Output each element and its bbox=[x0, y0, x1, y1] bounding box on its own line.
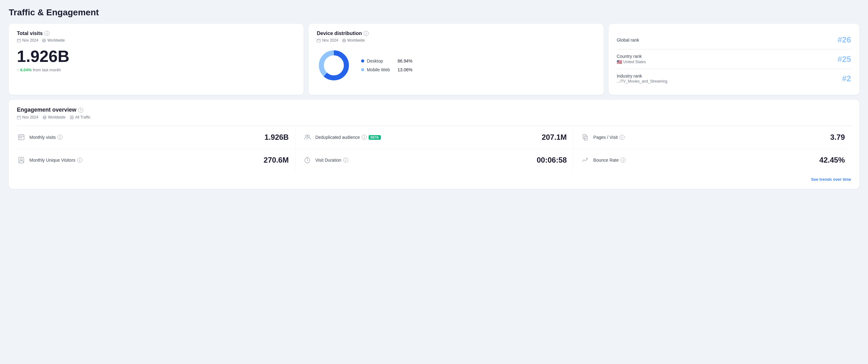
country-rank-label: Country rank bbox=[617, 54, 646, 59]
monthly-visits-info[interactable]: i bbox=[58, 135, 63, 140]
metric-dedup-audience: Deduplicated audience i BETA 207.1M bbox=[295, 126, 573, 149]
monthly-unique-label: Monthly Unique Visitors i bbox=[29, 158, 82, 163]
calendar-icon-3 bbox=[17, 115, 21, 120]
dedup-info[interactable]: i bbox=[362, 135, 367, 140]
mobile-dot bbox=[361, 68, 364, 71]
metric-monthly-visits-left: Monthly visits i bbox=[17, 134, 63, 141]
visit-duration-value: 00:06:58 bbox=[537, 156, 567, 164]
beta-badge: BETA bbox=[369, 135, 380, 140]
bounce-info[interactable]: i bbox=[620, 158, 625, 163]
device-content: Desktop 86.94% Mobile Web 13.06% bbox=[317, 48, 595, 82]
monthly-visits-value: 1.926B bbox=[265, 133, 288, 142]
total-visits-meta: Nov 2024 Worldwide bbox=[17, 38, 296, 42]
engagement-title: Engagement overview i bbox=[17, 107, 851, 113]
metric-monthly-visits: Monthly visits i 1.926B bbox=[17, 126, 295, 149]
unique-info[interactable]: i bbox=[77, 158, 82, 163]
traffic-icon bbox=[70, 115, 74, 120]
industry-rank-sub: .../TV_Movies_and_Streaming bbox=[617, 79, 667, 84]
svg-rect-32 bbox=[20, 137, 20, 138]
engagement-meta: Nov 2024 Worldwide All Traffic bbox=[17, 115, 851, 120]
metric-duration-left: Visit Duration i bbox=[303, 157, 348, 164]
bounce-rate-icon bbox=[581, 157, 590, 164]
industry-rank-label: Industry rank bbox=[617, 73, 667, 78]
engagement-info-icon[interactable]: i bbox=[78, 107, 83, 112]
total-visits-value: 1.926B bbox=[17, 48, 296, 64]
device-dist-period: Nov 2024 bbox=[317, 38, 338, 42]
metric-bounce-rate: Bounce Rate i 42.45% bbox=[573, 149, 851, 171]
industry-rank-item: Industry rank .../TV_Movies_and_Streamin… bbox=[617, 69, 851, 88]
svg-rect-26 bbox=[70, 118, 72, 119]
svg-rect-24 bbox=[70, 116, 72, 117]
svg-rect-17 bbox=[17, 116, 21, 119]
bounce-rate-value: 42.45% bbox=[819, 156, 845, 164]
globe-icon-2 bbox=[342, 38, 346, 42]
svg-point-39 bbox=[20, 159, 22, 160]
growth-label: from last month bbox=[33, 68, 61, 72]
svg-rect-0 bbox=[17, 39, 21, 42]
engagement-traffic: All Traffic bbox=[70, 115, 90, 120]
metric-pages-visit: Pages / Visit i 3.79 bbox=[573, 126, 851, 149]
metric-unique-left: Monthly Unique Visitors i bbox=[17, 157, 82, 164]
donut-svg bbox=[317, 48, 351, 82]
engagement-period: Nov 2024 bbox=[17, 115, 38, 120]
svg-rect-37 bbox=[584, 136, 587, 140]
global-rank-value: #26 bbox=[838, 35, 851, 45]
pages-visit-label: Pages / Visit i bbox=[593, 135, 625, 140]
donut-chart bbox=[317, 48, 351, 82]
mobile-pct: 13.06% bbox=[397, 67, 412, 72]
global-rank-label: Global rank bbox=[617, 37, 639, 42]
engagement-region: Worldwide bbox=[42, 115, 65, 120]
country-rank-value: #25 bbox=[838, 55, 851, 64]
svg-rect-27 bbox=[72, 118, 73, 119]
total-visits-growth: ↑ 6.04% from last month bbox=[17, 68, 296, 72]
svg-rect-36 bbox=[583, 134, 586, 138]
metric-dedup-left: Deduplicated audience i BETA bbox=[303, 134, 381, 141]
pages-visit-icon bbox=[581, 134, 590, 141]
svg-rect-25 bbox=[72, 116, 73, 117]
device-dist-meta: Nov 2024 Worldwide bbox=[317, 38, 595, 42]
visit-duration-label: Visit Duration i bbox=[315, 158, 348, 163]
monthly-visits-label: Monthly visits i bbox=[29, 135, 63, 140]
bounce-rate-label: Bounce Rate i bbox=[593, 158, 625, 163]
ranks-card: Global rank #26 Country rank 🇺🇸 United S… bbox=[609, 24, 859, 95]
dedup-audience-value: 207.1M bbox=[541, 133, 567, 142]
desktop-dot bbox=[361, 59, 364, 63]
device-legend: Desktop 86.94% Mobile Web 13.06% bbox=[361, 59, 412, 72]
calendar-icon bbox=[17, 38, 21, 42]
see-trends-link[interactable]: See trends over time bbox=[811, 177, 851, 182]
svg-point-35 bbox=[307, 135, 309, 137]
see-trends: See trends over time bbox=[17, 171, 851, 182]
total-visits-card: Total visits i Nov 2024 Worldwide 1.926B… bbox=[9, 24, 304, 95]
pages-info[interactable]: i bbox=[620, 135, 625, 140]
device-dist-label: Device distribution bbox=[317, 31, 362, 36]
total-visits-info-icon[interactable]: i bbox=[44, 31, 50, 36]
metric-monthly-unique: Monthly Unique Visitors i 270.6M bbox=[17, 149, 295, 171]
device-distribution-card: Device distribution i Nov 2024 Worldwide bbox=[309, 24, 603, 95]
desktop-label: Desktop bbox=[367, 59, 395, 64]
industry-rank-value: #2 bbox=[842, 74, 851, 84]
monthly-visits-icon bbox=[17, 134, 26, 141]
svg-point-34 bbox=[305, 135, 307, 137]
device-dist-info-icon[interactable]: i bbox=[364, 31, 369, 36]
device-dist-title: Device distribution i bbox=[317, 31, 595, 36]
total-visits-label: Total visits bbox=[17, 31, 42, 36]
metric-pages-left: Pages / Visit i bbox=[581, 134, 625, 141]
total-visits-region: Worldwide bbox=[42, 38, 65, 42]
global-rank-item: Global rank #26 bbox=[617, 31, 851, 49]
total-visits-title: Total visits i bbox=[17, 31, 296, 36]
monthly-unique-value: 270.6M bbox=[264, 156, 289, 164]
engagement-card: Engagement overview i Nov 2024 Worldwide… bbox=[9, 100, 859, 189]
country-rank-label-group: Country rank 🇺🇸 United States bbox=[617, 54, 646, 64]
desktop-legend-item: Desktop 86.94% bbox=[361, 59, 412, 64]
metric-bounce-left: Bounce Rate i bbox=[581, 157, 625, 164]
duration-info[interactable]: i bbox=[343, 158, 348, 163]
globe-icon bbox=[42, 38, 46, 42]
dedup-audience-icon bbox=[303, 134, 312, 141]
desktop-pct: 86.94% bbox=[397, 59, 412, 64]
country-rank-item: Country rank 🇺🇸 United States #25 bbox=[617, 49, 851, 69]
calendar-icon-2 bbox=[317, 38, 321, 42]
svg-rect-7 bbox=[317, 39, 320, 42]
top-row: Total visits i Nov 2024 Worldwide 1.926B… bbox=[9, 24, 859, 95]
device-dist-region: Worldwide bbox=[342, 38, 365, 42]
visit-duration-icon bbox=[303, 157, 312, 164]
